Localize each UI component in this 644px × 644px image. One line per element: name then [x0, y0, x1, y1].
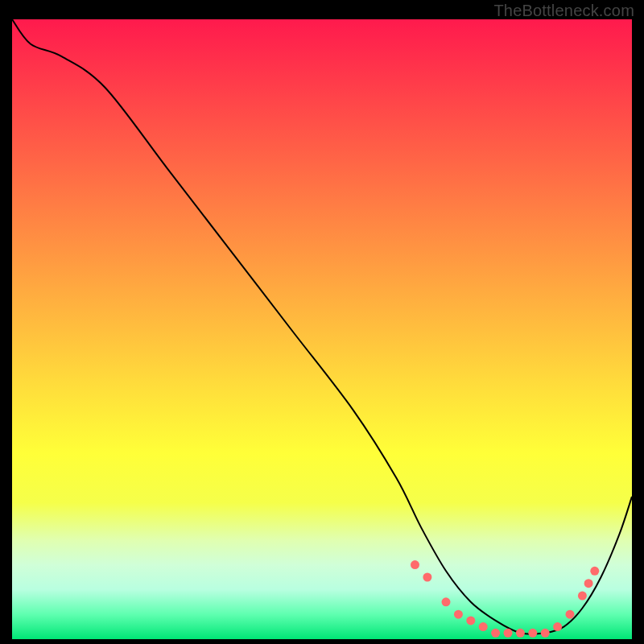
marker-dot [454, 610, 463, 619]
marker-dot [442, 597, 451, 606]
plot-area [12, 19, 632, 639]
marker-dot [541, 629, 550, 638]
marker-dot [491, 629, 500, 638]
marker-dot [578, 592, 587, 601]
marker-dot [423, 573, 431, 582]
marker-dot [411, 560, 419, 569]
marker-dot [504, 629, 513, 638]
marker-dot [553, 622, 562, 631]
marker-dot [584, 579, 593, 588]
bottleneck-curve-path [12, 19, 632, 634]
marker-dot [590, 567, 599, 576]
watermark-text: TheBottleneck.com [493, 2, 634, 20]
chart-container: TheBottleneck.com [0, 0, 644, 644]
marker-dot [466, 616, 475, 625]
marker-dot [528, 629, 537, 638]
marker-dot [479, 622, 488, 631]
marker-dot [566, 610, 575, 619]
marker-dot [516, 629, 525, 638]
chart-svg [12, 19, 632, 639]
